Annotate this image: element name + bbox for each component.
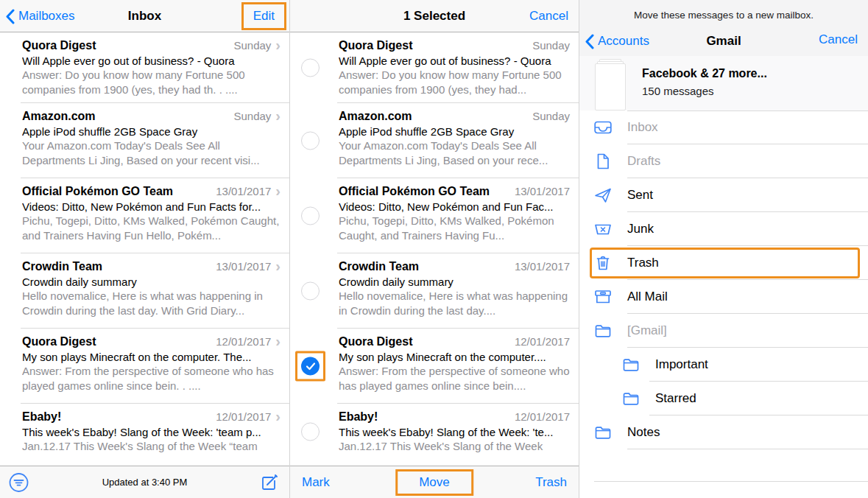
- selection-checkbox[interactable]: [301, 207, 320, 225]
- email-preview: Answer: Do you know how many Fortune 500…: [22, 68, 280, 98]
- email-sender: Crowdin Team: [339, 260, 419, 273]
- selection-checkbox[interactable]: [301, 59, 320, 77]
- email-sender: Quora Digest: [339, 335, 412, 348]
- email-date: 13/01/2017: [216, 260, 271, 273]
- mailbox-row-important[interactable]: Important: [579, 348, 868, 382]
- email-preview: Pichu, Togepi, Ditto, KMs Walked, Pokémo…: [339, 214, 570, 244]
- mailbox-label: Starred: [655, 382, 696, 415]
- email-sender: Ebaby!: [339, 410, 378, 424]
- email-row[interactable]: Ebaby! 12/01/2017› This week's Ebaby! Sl…: [0, 404, 289, 455]
- mailbox-row-all-mail[interactable]: All Mail: [579, 280, 868, 314]
- email-row[interactable]: Quora Digest 12/01/2017› My son plays Mi…: [0, 329, 289, 404]
- folder-icon: [622, 356, 640, 374]
- compose-icon[interactable]: [260, 473, 279, 492]
- checkmark-icon: [306, 362, 316, 371]
- folder-icon: [594, 322, 612, 340]
- email-date: 13/01/2017: [515, 260, 570, 273]
- email-sender: Amazon.com: [22, 110, 96, 123]
- inbox-panel: Mailboxes Inbox Edit Quora Digest Sunday…: [0, 0, 289, 498]
- email-subject: My son plays Minecraft on the computer..…: [339, 351, 570, 363]
- chevron-right-icon: ›: [275, 111, 280, 121]
- mark-button[interactable]: Mark: [302, 475, 330, 490]
- email-row[interactable]: Amazon.com Sunday Apple iPod shuffle 2GB…: [290, 103, 579, 178]
- select-mode-panel: 1 Selected Cancel Quora Digest Sunday Wi…: [289, 0, 579, 498]
- chevron-right-icon: ›: [275, 40, 280, 50]
- email-subject: Will Apple ever go out of business? - Qu…: [22, 55, 280, 67]
- moving-messages-title: Facebook & 27 more...: [642, 67, 767, 80]
- selection-checkbox[interactable]: [301, 132, 320, 150]
- trash-button[interactable]: Trash: [535, 475, 567, 490]
- email-date: 12/01/2017: [515, 335, 570, 348]
- mailbox-label: All Mail: [627, 280, 668, 314]
- edit-button[interactable]: Edit: [253, 9, 275, 24]
- email-row[interactable]: Official Pokémon GO Team 13/01/2017› Vid…: [0, 178, 289, 253]
- email-preview: Hello novemalice, Here is what was happe…: [339, 289, 570, 319]
- email-preview: Jan.12.17 This Week's Slang of the Week: [339, 439, 570, 455]
- email-preview: Answer: From the perspective of someone …: [339, 364, 570, 394]
- junk-bin-icon: [594, 220, 612, 238]
- email-sender: Ebaby!: [22, 410, 61, 424]
- mailbox-row-trash[interactable]: Trash: [579, 246, 868, 280]
- cancel-button[interactable]: Cancel: [819, 25, 858, 55]
- email-sender: Amazon.com: [339, 110, 412, 123]
- mailbox-row-drafts[interactable]: Drafts: [579, 144, 868, 178]
- mailbox-row-starred[interactable]: Starred: [579, 382, 868, 415]
- inbox-toolbar: Updated at 3:40 PM: [0, 466, 289, 498]
- back-label: Mailboxes: [18, 9, 75, 24]
- email-preview: Hello novemalice, Here is what was happe…: [22, 289, 280, 319]
- moving-messages-summary: Facebook & 27 more... 150 messages: [579, 56, 868, 111]
- email-row[interactable]: Official Pokémon GO Team 13/01/2017 Vide…: [290, 178, 579, 253]
- mail-app-screens: Mailboxes Inbox Edit Quora Digest Sunday…: [0, 0, 868, 498]
- mailbox-label: [Gmail]: [627, 314, 667, 348]
- mailbox-row-junk[interactable]: Junk: [579, 212, 868, 246]
- move-button[interactable]: Move: [419, 475, 450, 489]
- paper-plane-icon: [594, 186, 612, 204]
- archive-box-icon: [594, 288, 612, 306]
- email-row[interactable]: Ebaby! 12/01/2017 This week's Ebaby! Sla…: [290, 404, 579, 455]
- email-preview: Your Amazon.com Today's Deals See All De…: [22, 138, 280, 169]
- mailbox-label: Important: [655, 348, 708, 382]
- mailboxes-back-button[interactable]: Mailboxes: [6, 0, 75, 32]
- email-row[interactable]: Crowdin Team 13/01/2017 Crowdin daily su…: [290, 253, 579, 329]
- section-divider: [594, 481, 868, 482]
- folder-icon: [622, 390, 640, 407]
- email-row[interactable]: Quora Digest Sunday Will Apple ever go o…: [290, 32, 579, 103]
- mailbox-label: Drafts: [627, 144, 660, 178]
- mailbox-row-sent[interactable]: Sent: [579, 178, 868, 212]
- selection-checkbox[interactable]: [301, 282, 320, 301]
- email-row[interactable]: Amazon.com Sunday› Apple iPod shuffle 2G…: [0, 103, 289, 178]
- email-subject: Crowdin daily summary: [339, 276, 570, 288]
- mailbox-row-inbox[interactable]: Inbox: [579, 111, 868, 144]
- selection-checkbox[interactable]: [301, 423, 320, 441]
- back-chevron-icon: [585, 34, 594, 49]
- email-subject: My son plays Minecraft on the computer. …: [22, 351, 280, 363]
- email-date: 13/01/2017: [216, 185, 271, 197]
- email-date: 12/01/2017: [216, 410, 271, 423]
- mailbox-label: Junk: [627, 212, 654, 246]
- email-date: Sunday: [532, 39, 570, 52]
- email-subject: Videos: Ditto, New Pokémon and Fun Fac..…: [339, 200, 570, 213]
- accounts-back-button[interactable]: Accounts: [585, 25, 649, 57]
- selection-checkbox-checked[interactable]: [301, 357, 320, 376]
- back-chevron-icon: [6, 9, 15, 24]
- mailbox-row-notes[interactable]: Notes: [579, 415, 868, 449]
- trash-can-icon: [594, 254, 612, 272]
- move-mailbox-panel: Move these messages to a new mailbox. Ac…: [579, 0, 868, 498]
- email-date: 12/01/2017: [216, 335, 271, 348]
- cancel-button[interactable]: Cancel: [529, 0, 568, 32]
- mailbox-row-gmail[interactable]: [Gmail]: [579, 314, 868, 348]
- email-row[interactable]: Quora Digest Sunday› Will Apple ever go …: [0, 32, 289, 103]
- email-row-selected[interactable]: Quora Digest 12/01/2017 My son plays Min…: [290, 329, 579, 404]
- chevron-right-icon: ›: [275, 336, 280, 346]
- chevron-right-icon: ›: [275, 411, 280, 421]
- email-row[interactable]: Crowdin Team 13/01/2017› Crowdin daily s…: [0, 253, 289, 329]
- folder-icon: [594, 424, 612, 441]
- document-icon: [594, 152, 612, 170]
- email-date: Sunday: [233, 39, 271, 52]
- email-subject: Apple iPod shuffle 2GB Space Gray: [22, 125, 280, 138]
- mailbox-label: Inbox: [627, 111, 658, 144]
- email-date: 13/01/2017: [515, 185, 570, 197]
- email-date: Sunday: [233, 110, 271, 122]
- mailbox-label: Trash: [627, 246, 659, 280]
- email-sender: Quora Digest: [22, 39, 96, 52]
